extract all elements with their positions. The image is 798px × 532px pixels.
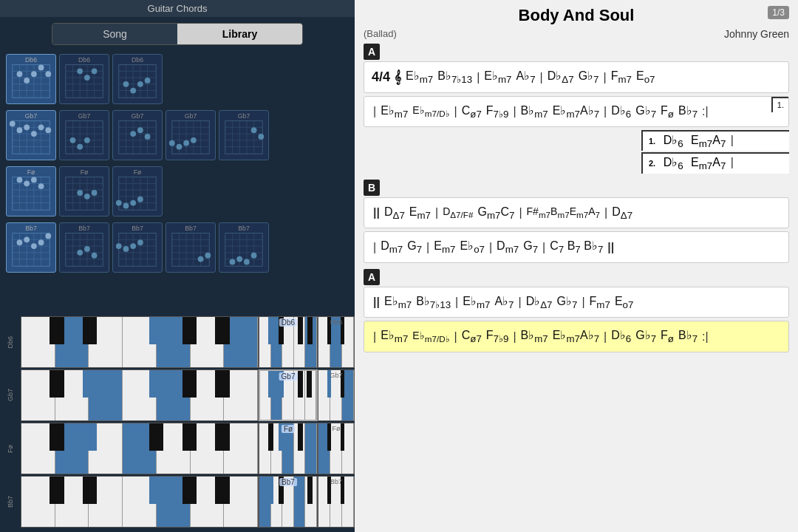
chord-grid-bb7-alt2[interactable]: Bb7 — [112, 222, 163, 273]
svg-text:Gb7: Gb7 — [25, 112, 38, 120]
section-a2: A || E♭m7 B♭7♭13 | E♭m7 A♭7 | D♭Δ7 G♭7 |… — [364, 269, 789, 352]
chord-db6-end1: D♭6 — [664, 134, 683, 146]
chord-grid-db6-alt2[interactable]: Db6 — [112, 54, 163, 104]
right-panel: Body And Soul 1/3 (Ballad) Johnny Green … — [355, 0, 798, 532]
piano-keyboard-gb7-left[interactable] — [21, 369, 259, 421]
barline-a2-1: | — [455, 293, 458, 312]
chord-grid-bb7-alt1[interactable]: Bb7 — [59, 222, 109, 273]
chord-grid-bb7-alt3[interactable]: Bb7 — [166, 222, 216, 273]
chord-grid-fo-alt2[interactable]: Fø — [112, 166, 163, 216]
svg-point-164 — [38, 239, 44, 245]
chord-em7-b2: Em7 — [434, 236, 455, 258]
tab-library[interactable]: Library — [177, 24, 302, 44]
piano-keyboard-db6-left[interactable] — [21, 316, 259, 368]
double-bar-a2: || — [373, 293, 380, 312]
svg-point-120 — [17, 177, 23, 183]
section-a: A 4/4 𝄞 E♭m7 B♭7♭13 | E♭m7 A♭7 | D♭Δ7 G♭… — [364, 44, 789, 174]
chord-ebm7db-a2: E♭m7/D♭ — [412, 327, 449, 346]
piano-keyboard-gb7-center[interactable]: Gb7 — [259, 369, 318, 421]
barline-1: | — [477, 68, 480, 87]
svg-point-11 — [24, 78, 30, 83]
tab-row: Song Library — [52, 23, 303, 45]
chord-ebm7-a2-3: E♭m7 — [381, 326, 408, 347]
svg-point-82 — [137, 127, 143, 133]
chord-grid-gb7-main[interactable]: Gb7 — [6, 110, 56, 160]
svg-point-204 — [205, 253, 211, 259]
barline-6: | — [513, 102, 516, 121]
svg-point-27 — [92, 68, 98, 74]
ending-1-bracket: 1. — [771, 97, 788, 113]
svg-point-176 — [77, 250, 83, 256]
svg-point-189 — [116, 243, 122, 249]
svg-text:Bb7: Bb7 — [185, 225, 197, 232]
piano-keyboard-db6-right[interactable]: Db6 — [318, 316, 355, 368]
svg-rect-167 — [66, 233, 103, 267]
piano-keyboard-db6-center[interactable]: Db6 — [259, 316, 318, 368]
chord-grid-gb7-alt3[interactable]: Gb7 — [166, 110, 216, 160]
barline-3: | — [604, 68, 607, 87]
svg-point-95 — [177, 144, 183, 150]
svg-rect-1 — [13, 65, 50, 98]
svg-point-26 — [84, 75, 90, 81]
barline-end2: | — [731, 156, 734, 168]
sheet-line-a2: 1. | E♭m7 E♭m7/D♭ | Cø7 F7♭9 | B♭m7 E♭m7… — [364, 96, 789, 128]
piano-keyboard-bb7-left[interactable] — [21, 476, 259, 528]
piano-keyboard-fo-center[interactable]: Fø — [259, 423, 318, 474]
chord-dbdelta7-a2: D♭Δ7 — [526, 292, 553, 313]
chord-row-gb7: Gb7 — [6, 110, 349, 160]
chord-ebm7a7-end1: Em7A7 — [691, 134, 726, 146]
chord-gm7c7: Gm7C7 — [477, 202, 514, 224]
svg-point-191 — [130, 243, 136, 249]
svg-point-54 — [24, 124, 30, 130]
chord-grid-bb7-main[interactable]: Bb7 — [6, 222, 56, 273]
tab-song[interactable]: Song — [52, 24, 177, 44]
svg-point-123 — [38, 183, 44, 189]
svg-rect-16 — [66, 65, 103, 98]
chord-ddelta7-2: DΔ7 — [612, 202, 632, 224]
chord-grid-fo-alt1[interactable]: Fø — [59, 166, 109, 216]
svg-point-218 — [251, 253, 257, 259]
barline-b7: | — [542, 238, 545, 257]
svg-point-94 — [169, 140, 175, 146]
composer-name: Johnny Green — [724, 28, 789, 41]
svg-point-52 — [10, 121, 16, 127]
piano-keyboard-fo-left[interactable] — [21, 423, 259, 474]
sheet-line-a2-2: | E♭m7 E♭m7/D♭ | Cø7 F7♭9 | B♭m7 E♭m7A♭7… — [364, 321, 789, 352]
sheet-line-b1: || DΔ7 Em7 | DΔ7/F# Gm7C7 | F#m7Bm7Em7A7… — [364, 197, 789, 229]
piano-keyboard-gb7-right[interactable]: Gb7 — [318, 369, 355, 421]
chord-grid-gb7-alt2[interactable]: Gb7 — [112, 110, 163, 160]
chord-grid-gb7-alt1[interactable]: Gb7 — [59, 110, 109, 160]
svg-point-38 — [123, 81, 129, 87]
chord-bbm7-a2: B♭m7 — [521, 326, 548, 347]
piano-label-fo-right: Fø — [332, 425, 341, 432]
svg-point-190 — [123, 246, 129, 252]
ballad-tag: (Ballad) — [364, 28, 397, 39]
svg-point-81 — [130, 131, 136, 137]
chord-grid-fo-main[interactable]: Fø — [6, 166, 56, 216]
svg-rect-152 — [13, 233, 50, 267]
chord-eo7-a2: Eo7 — [615, 292, 634, 313]
piano-label-gb7-center: Gb7 — [279, 372, 298, 381]
chord-co7: Cø7 — [462, 101, 482, 123]
svg-point-69 — [77, 144, 83, 150]
chord-grid-db6-main[interactable]: Db6 — [6, 54, 56, 104]
barline-7: | — [604, 102, 607, 121]
svg-point-216 — [236, 256, 242, 262]
chord-grid-gb7-alt4[interactable]: Gb7 — [219, 110, 269, 160]
svg-point-163 — [31, 243, 37, 249]
piano-keyboard-bb7-right[interactable]: Bb7 — [318, 476, 355, 528]
chord-dm7-b1: Dm7 — [381, 236, 403, 258]
svg-text:Bb7: Bb7 — [78, 225, 90, 232]
svg-rect-99 — [225, 121, 262, 154]
piano-keyboard-bb7-center[interactable]: Bb7 — [259, 476, 318, 528]
piano-label-gb7-left: Gb7 — [7, 389, 14, 401]
chord-grid-db6-alt1[interactable]: Db6 — [59, 54, 109, 104]
chord-grid-bb7-alt4[interactable]: Bb7 — [219, 222, 269, 273]
piano-keyboard-fo-right[interactable]: Fø — [318, 423, 355, 474]
svg-point-147 — [116, 200, 122, 206]
ending-1-label: 1. — [649, 137, 655, 146]
chord-eo7: Eo7 — [636, 66, 655, 88]
svg-text:Gb7: Gb7 — [185, 112, 197, 120]
svg-point-53 — [17, 127, 23, 133]
svg-point-217 — [244, 259, 250, 265]
